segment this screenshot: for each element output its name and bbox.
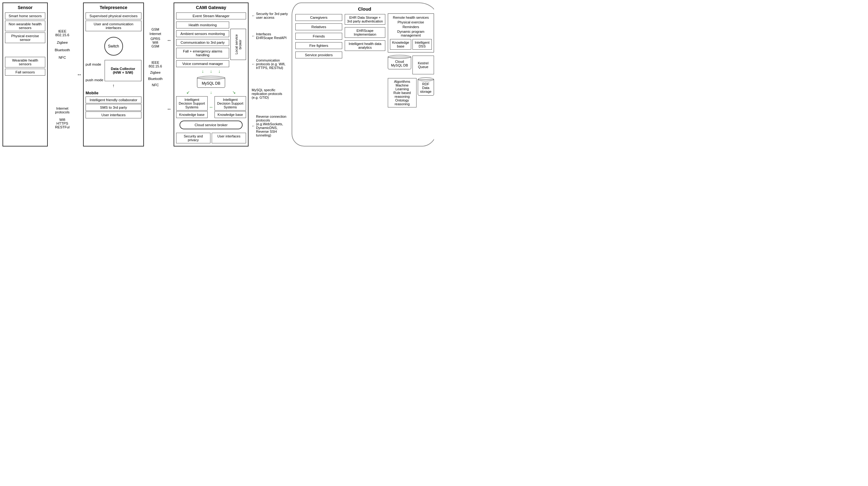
mobile-item-0: Intelligent friendly collaborator [86, 96, 142, 103]
kb-cloud-box: Knowledge base [390, 39, 411, 50]
switch-circle: Switch [104, 37, 123, 56]
tele-gw-protocols: GSM Internet GPRS Wifi GSM IEEE802.15.6 … [145, 2, 165, 147]
rdf-box: RDF Data storage [418, 79, 434, 96]
arrow-tele-gw-bot: ↔ [167, 106, 172, 112]
event-stream-box: Event Stream Manager [176, 12, 246, 19]
mysql-row: MySQL specific replication protocols (e.… [252, 88, 288, 99]
middle-col: ← Security for 3rd party user access ← I… [250, 2, 290, 147]
telepresence-panel: Telepresence Supervised physical exercis… [83, 2, 144, 147]
proto-internet2: Internet [146, 32, 165, 36]
cloud-mysql-container: CloudMySQL DB [388, 55, 411, 69]
gw-comm-3rd: Communication to 3rd party [176, 39, 229, 46]
arrow-reverse: ← [252, 124, 255, 128]
db-queue-row: CloudMySQL DB KestrelQueue [388, 55, 434, 75]
mobile-label: Mobile [86, 91, 142, 95]
main-diagram: Sensor Smart home sensors Non wearable h… [0, 0, 434, 149]
gw-ambient: Ambient sensors monitoring [176, 30, 229, 37]
arrows-tele-gw: ↔ ↔ [167, 2, 172, 147]
gw-health-mon: Health monitoring [176, 22, 229, 28]
ehr-storage-box: EHR Data Storage + 3rd party authenticat… [345, 14, 385, 25]
data-collector-box: Data Collector(H/W + S/W) [104, 60, 142, 81]
idss-row: Intelligent Decision Support Systems Kno… [176, 96, 246, 119]
proto-internet: Internet protocols [50, 107, 75, 114]
gw-items-col: Health monitoring Ambient sensors monito… [176, 21, 229, 68]
sensor-item-physical: Physical exercise sensor [5, 32, 45, 43]
health-analytics-box: Intelligent health data analytics [345, 40, 385, 51]
modes-col: pull mode push mode [86, 59, 103, 82]
kestrel-container: KestrelQueue [412, 55, 434, 75]
proto-nfc: NFC [50, 56, 75, 59]
proto-wifi-https: WifiHTTPSRESTFul [50, 118, 75, 129]
local-broker-col: Local service broker [230, 21, 246, 68]
sensor-item-smart-home: Smart home sensors [5, 12, 45, 19]
ehr-scape-box: EHRScape Implementaion [345, 27, 385, 38]
mysql-repl-label: MySQL specific replication protocols (e.… [252, 88, 288, 99]
gw-main-row: Health monitoring Ambient sensors monito… [176, 21, 246, 68]
switch-container: Switch [86, 37, 142, 56]
kb1-box: Knowledge base [176, 111, 208, 118]
intelligent-dss-box: Intelligent DSS [412, 39, 432, 50]
cloud-mysql-box: CloudMySQL DB [388, 57, 411, 69]
cloud-section: Cloud Caregivers Relatives Friends Fire … [291, 2, 434, 147]
mobile-section: Mobile Intelligent friendly collaborator… [86, 91, 142, 119]
sensor-title: Sensor [5, 5, 45, 10]
proto-gsm: GSM [146, 28, 165, 31]
security-row: ← Security for 3rd party user access [252, 12, 288, 19]
idss1-box: Intelligent Decision Support Systems [176, 96, 208, 111]
cloud-inner: Caregivers Relatives Friends Fire fighte… [296, 13, 434, 108]
algo-rdf-row: AlgorithmsMachine LearningRule based rea… [388, 78, 434, 108]
gw-title: CAMI Gateway [176, 5, 246, 10]
reverse-row: ← Reverse connection protocols (e.g.WebS… [252, 115, 288, 137]
kb2-box: Knowledge base [215, 111, 246, 118]
mysql-db-label: MySQL DB [202, 81, 220, 86]
rdf-label: RDF Data storage [420, 82, 432, 93]
interfaces-label: Interfaces EHRScape RestAPI [256, 32, 288, 40]
proto-bt2: Bluetooth [146, 77, 165, 81]
proto-gprs: GPRS [146, 37, 165, 40]
sensor-item-fall: Fall sensors [5, 69, 45, 75]
proto-zigbee: Zigbee [50, 40, 75, 44]
reverse-label: Reverse connection protocols (e.g.WebSoc… [256, 115, 288, 137]
proto-wifi2: Wifi [146, 40, 165, 44]
kestrel-label: KestrelQueue [418, 61, 428, 69]
mysql-db-box: MySQL DB [197, 78, 225, 88]
dynamic-program: Dynamic program management [390, 30, 432, 37]
green-arrows-down: ↓ ↓ ↓ [176, 69, 246, 74]
pull-mode: pull mode [86, 62, 103, 66]
kb-dss-row: Knowledge base Intelligent DSS [390, 38, 432, 50]
caregivers-box: Caregivers [296, 14, 342, 21]
sensor-item-non-wearable: Non wearable health sensors [5, 21, 45, 31]
interfaces-row: ← Interfaces EHRScape RestAPI [252, 32, 288, 40]
arrow-security-l: ← [252, 14, 255, 18]
green-arrows-2: ↙ ↓ ↘ [176, 90, 246, 95]
friends-box: Friends [296, 33, 342, 40]
idss-arrow-mid: ↔ [209, 96, 213, 119]
cloud-services-col: Remote health services Physical exercise… [388, 13, 434, 108]
sensor-protocols: IEEE802.15.6 Zigbee Bluetooth NFC Intern… [49, 2, 75, 147]
comm-label: Communication protocols (e.g. Wifi, HTTP… [256, 58, 288, 70]
arrow-sensor-tele: ↔ [77, 2, 82, 147]
remote-health: Remote health services [390, 16, 432, 19]
arrow-up: ↑ [86, 83, 142, 88]
fire-fighters-box: Fire fighters [296, 42, 342, 49]
algorithms-box: AlgorithmsMachine LearningRule based rea… [388, 78, 416, 108]
mysql-db-container: MySQL DB [197, 76, 225, 88]
proto-ieee: IEEE802.15.6 [50, 29, 75, 37]
security-box: Security and privacy [176, 133, 211, 143]
sensor-panel: Sensor Smart home sensors Non wearable h… [2, 2, 48, 147]
kestrel-box: KestrelQueue [412, 56, 434, 74]
cloud-broker-label: Cloud service broker [194, 123, 227, 127]
service-providers-box: Service providers [296, 52, 342, 58]
mobile-item-2: User interfaces [86, 112, 142, 118]
proto-nfc2: NFC [146, 83, 165, 87]
cloud-mysql-label: CloudMySQL DB [391, 60, 408, 67]
sensor-item-wearable: Wearable health sensors [5, 57, 45, 67]
switch-label: Switch [108, 44, 119, 49]
user-ifaces-box: User interfaces [212, 133, 246, 143]
data-collector-label: Data Collector(H/W + S/W) [111, 67, 135, 74]
cloud-boundary: Cloud Caregivers Relatives Friends Fire … [291, 2, 434, 147]
cloud-services-top-box: Remote health services Physical exercise… [388, 13, 434, 53]
gateway-panel: CAMI Gateway Event Stream Manager Health… [174, 2, 249, 147]
tele-user-comm: User and communication interfaces [86, 21, 142, 31]
arrow-comm: ← [252, 62, 255, 66]
